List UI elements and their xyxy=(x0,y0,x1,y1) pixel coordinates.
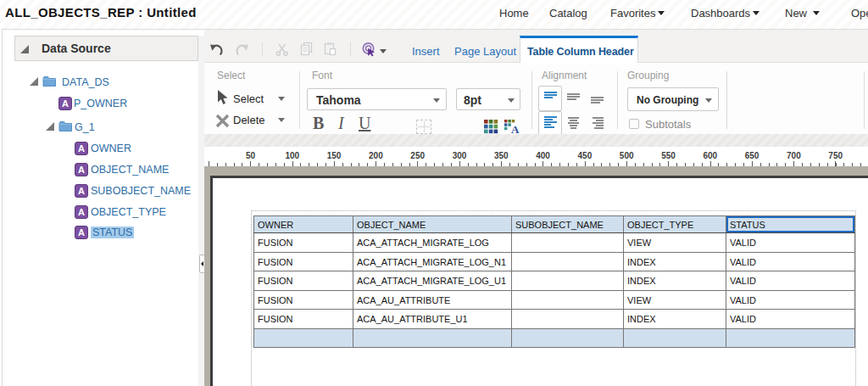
svg-text:A: A xyxy=(511,123,520,134)
